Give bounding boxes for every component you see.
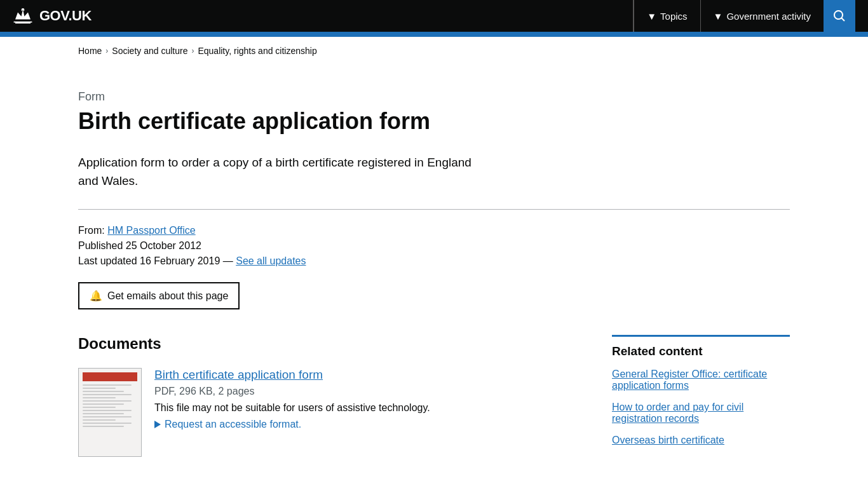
chevron-down-icon-2: ▼	[714, 11, 723, 22]
updated-date: 16 February 2019	[140, 255, 220, 266]
document-info: Birth certificate application form PDF, …	[154, 368, 574, 430]
page-type: Form	[78, 90, 790, 104]
page-title: Birth certificate application form	[78, 107, 790, 135]
triangle-right-icon	[154, 421, 161, 428]
doc-warning: This file may not be suitable for users …	[154, 402, 574, 414]
from-row: From: HM Passport Office	[78, 225, 790, 236]
documents-section: Documents	[78, 335, 574, 457]
document-item: Birth certificate application form PDF, …	[78, 368, 574, 457]
divider	[78, 209, 790, 210]
breadcrumb-sep-2: ›	[191, 46, 194, 55]
updated-row: Last updated 16 February 2019 — See all …	[78, 255, 790, 267]
get-emails-button[interactable]: 🔔 Get emails about this page	[78, 282, 240, 309]
from-org-link[interactable]: HM Passport Office	[107, 225, 195, 236]
related-item-1: General Register Office: certificate app…	[612, 369, 790, 391]
related-content-sidebar: Related content General Register Office:…	[612, 335, 790, 457]
doc-accessible: Request an accessible format.	[154, 419, 574, 430]
crown-icon	[13, 6, 33, 25]
doc-meta: PDF, 296 KB, 2 pages	[154, 386, 574, 397]
page-description: Application form to order a copy of a bi…	[78, 154, 472, 190]
meta-section: From: HM Passport Office Published 25 Oc…	[78, 225, 790, 267]
main-content: Form Birth certificate application form …	[65, 65, 803, 482]
see-all-updates-link[interactable]: See all updates	[236, 255, 306, 266]
breadcrumb-sep-1: ›	[105, 46, 108, 55]
published-row: Published 25 October 2012	[78, 240, 790, 252]
related-item-2: How to order and pay for civil registrat…	[612, 402, 790, 424]
gov-activity-label: Government activity	[726, 11, 811, 22]
search-icon	[833, 10, 846, 22]
search-button[interactable]	[824, 0, 855, 32]
from-label: From:	[78, 225, 105, 236]
site-header: GOV.UK ▼ Topics ▼ Government activity	[0, 0, 868, 32]
related-list: General Register Office: certificate app…	[612, 369, 790, 446]
chevron-down-icon: ▼	[647, 11, 656, 22]
published-label: Published	[78, 240, 123, 251]
doc-title-link[interactable]: Birth certificate application form	[154, 368, 323, 381]
updated-sep: —	[223, 255, 233, 266]
breadcrumb-society[interactable]: Society and culture	[112, 46, 187, 56]
topics-label: Topics	[660, 11, 688, 22]
header-navigation: ▼ Topics ▼ Government activity	[633, 0, 855, 32]
breadcrumb-equality[interactable]: Equality, rights and citizenship	[198, 46, 316, 56]
accessible-format-link[interactable]: Request an accessible format.	[154, 419, 574, 430]
topics-nav-item[interactable]: ▼ Topics	[634, 0, 700, 32]
documents-heading: Documents	[78, 335, 574, 353]
accessible-label: Request an accessible format.	[165, 419, 301, 430]
related-link-3[interactable]: Overseas birth certificate	[612, 435, 724, 445]
breadcrumb: Home › Society and culture › Equality, r…	[65, 37, 803, 65]
get-emails-label: Get emails about this page	[107, 290, 228, 302]
doc-title: Birth certificate application form	[154, 368, 574, 382]
related-heading: Related content	[612, 335, 790, 358]
updated-label: Last updated	[78, 255, 137, 266]
breadcrumb-home[interactable]: Home	[78, 46, 102, 56]
bell-icon: 🔔	[90, 290, 102, 302]
gov-activity-nav-item[interactable]: ▼ Government activity	[700, 0, 824, 32]
published-date: 25 October 2012	[126, 240, 201, 251]
related-link-2[interactable]: How to order and pay for civil registrat…	[612, 402, 743, 424]
accent-bar	[0, 32, 868, 37]
related-link-1[interactable]: General Register Office: certificate app…	[612, 369, 767, 391]
document-thumbnail	[78, 368, 142, 457]
gov-logo[interactable]: GOV.UK	[39, 8, 92, 24]
content-layout: Documents	[78, 335, 790, 457]
related-item-3: Overseas birth certificate	[612, 435, 790, 446]
